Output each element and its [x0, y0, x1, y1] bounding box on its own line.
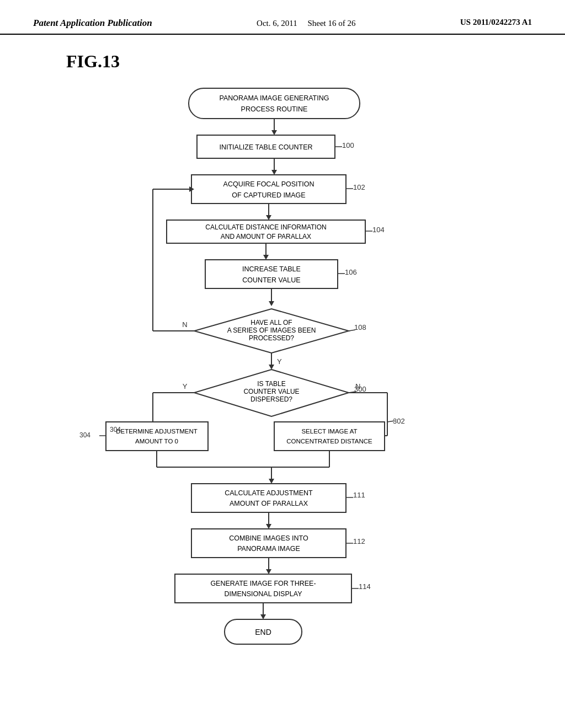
- svg-text:304: 304: [79, 431, 90, 439]
- svg-text:111: 111: [353, 491, 365, 499]
- svg-text:N: N: [355, 382, 360, 390]
- svg-text:INCREASE TABLE: INCREASE TABLE: [242, 265, 301, 273]
- svg-rect-93: [175, 574, 351, 603]
- svg-text:A SERIES OF IMAGES BEEN: A SERIES OF IMAGES BEEN: [227, 326, 316, 334]
- svg-marker-44: [269, 365, 274, 370]
- svg-text:N: N: [182, 320, 187, 329]
- svg-text:DISPERSED?: DISPERSED?: [250, 395, 292, 403]
- header-date: Oct. 6, 2011: [257, 19, 297, 28]
- svg-marker-24: [263, 255, 269, 260]
- svg-marker-4: [271, 130, 277, 135]
- svg-marker-31: [269, 301, 274, 306]
- svg-text:AND AMOUNT OF PARALLAX: AND AMOUNT OF PARALLAX: [221, 233, 311, 240]
- svg-text:CONCENTRATED DISTANCE: CONCENTRATED DISTANCE: [286, 438, 372, 445]
- publication-label: Patent Application Publication: [33, 18, 152, 29]
- figure-label: FIG.13: [66, 51, 120, 72]
- svg-rect-64: [106, 422, 208, 451]
- svg-text:302: 302: [393, 417, 405, 425]
- page-header: Patent Application Publication Oct. 6, 2…: [0, 0, 565, 35]
- svg-text:CALCULATE DISTANCE INFORMATION: CALCULATE DISTANCE INFORMATION: [205, 223, 326, 231]
- svg-rect-79: [191, 484, 346, 512]
- svg-text:102: 102: [353, 183, 365, 191]
- svg-text:PROCESSED?: PROCESSED?: [249, 334, 294, 342]
- svg-marker-85: [266, 524, 271, 529]
- svg-text:HAVE ALL OF: HAVE ALL OF: [250, 319, 292, 326]
- svg-text:106: 106: [345, 268, 357, 276]
- svg-text:SELECT IMAGE AT: SELECT IMAGE AT: [301, 428, 357, 435]
- svg-text:INITIALIZE TABLE COUNTER: INITIALIZE TABLE COUNTER: [219, 143, 312, 151]
- svg-text:112: 112: [353, 537, 365, 545]
- header-sheet: Sheet 16 of 26: [307, 19, 355, 28]
- svg-text:114: 114: [359, 582, 371, 591]
- svg-text:END: END: [255, 628, 271, 636]
- svg-text:304: 304: [110, 426, 121, 433]
- svg-text:CALCULATE ADJUSTMENT: CALCULATE ADJUSTMENT: [225, 489, 313, 497]
- svg-text:Y: Y: [183, 382, 188, 390]
- svg-marker-10: [271, 170, 277, 175]
- svg-text:PANORAMA IMAGE: PANORAMA IMAGE: [237, 545, 300, 553]
- patent-number: US 2011/0242273 A1: [460, 18, 532, 27]
- svg-marker-78: [269, 479, 274, 484]
- svg-text:DIMENSIONAL DISPLAY: DIMENSIONAL DISPLAY: [224, 590, 302, 598]
- figure-area: FIG.13 PANORAMA IMAGE GENERATING PROCESS…: [0, 35, 565, 706]
- svg-text:DETERMINE ADJUSTMENT: DETERMINE ADJUSTMENT: [116, 428, 198, 435]
- svg-text:COUNTER VALUE: COUNTER VALUE: [242, 276, 300, 284]
- svg-rect-70: [274, 422, 385, 451]
- svg-text:AMOUNT TO 0: AMOUNT TO 0: [135, 438, 178, 445]
- svg-text:ACQUIRE FOCAL POSITION: ACQUIRE FOCAL POSITION: [223, 180, 315, 188]
- svg-rect-86: [191, 529, 346, 558]
- svg-rect-11: [191, 175, 346, 204]
- svg-marker-99: [260, 614, 266, 619]
- svg-text:PROCESS ROUTINE: PROCESS ROUTINE: [241, 105, 308, 113]
- svg-marker-92: [266, 569, 271, 574]
- svg-text:PANORAMA IMAGE GENERATING: PANORAMA IMAGE GENERATING: [220, 94, 329, 102]
- svg-rect-25: [205, 260, 338, 288]
- svg-text:COMBINE IMAGES INTO: COMBINE IMAGES INTO: [229, 534, 308, 542]
- svg-marker-17: [266, 215, 271, 220]
- svg-text:COUNTER VALUE: COUNTER VALUE: [243, 388, 299, 395]
- header-center: Oct. 6, 2011 Sheet 16 of 26: [257, 18, 355, 29]
- svg-text:IS TABLE: IS TABLE: [257, 380, 286, 388]
- svg-rect-0: [189, 88, 360, 119]
- svg-text:104: 104: [372, 226, 385, 234]
- svg-text:100: 100: [342, 141, 354, 149]
- svg-text:Y: Y: [277, 357, 282, 366]
- svg-text:AMOUNT OF PARALLAX: AMOUNT OF PARALLAX: [230, 500, 308, 507]
- flowchart-svg: PANORAMA IMAGE GENERATING PROCESS ROUTIN…: [56, 83, 509, 689]
- svg-text:OF CAPTURED IMAGE: OF CAPTURED IMAGE: [232, 191, 305, 199]
- svg-text:GENERATE IMAGE FOR THREE-: GENERATE IMAGE FOR THREE-: [210, 580, 316, 587]
- svg-text:108: 108: [354, 323, 366, 331]
